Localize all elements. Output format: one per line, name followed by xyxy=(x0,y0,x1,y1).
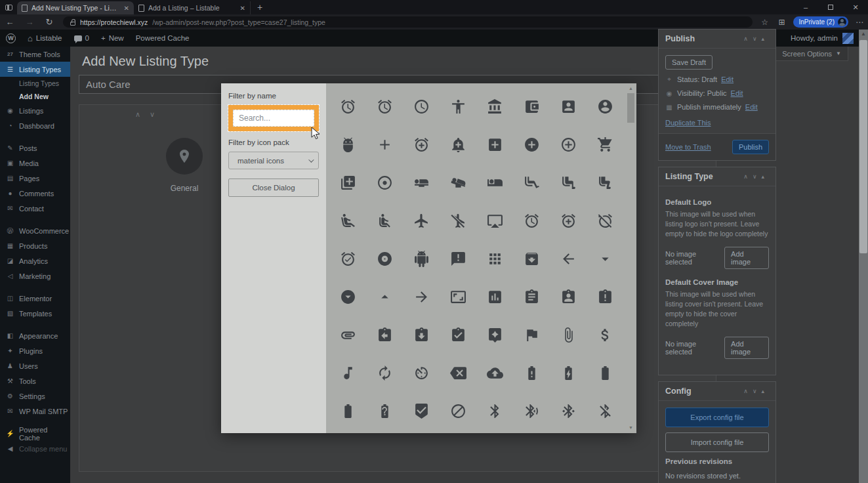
sidebar-item-add-new[interactable]: Add New xyxy=(0,90,70,103)
sidebar-item-listings[interactable]: ◉Listings xyxy=(0,103,70,118)
icon-android[interactable] xyxy=(403,240,440,278)
icon-alarm_on[interactable] xyxy=(329,240,366,278)
dialog-scrollbar-thumb[interactable] xyxy=(627,93,634,123)
publish-button[interactable]: Publish xyxy=(732,140,769,154)
sidebar-item-products[interactable]: ▦Products xyxy=(0,238,70,253)
sidebar-item-analytics[interactable]: ◪Analytics xyxy=(0,253,70,268)
icon-account_circle[interactable] xyxy=(587,87,623,125)
tab-close-icon[interactable]: ✕ xyxy=(240,5,245,12)
icon-assistant_photo[interactable] xyxy=(513,316,550,354)
icon-access_time[interactable] xyxy=(403,87,440,125)
browser-tab-active[interactable]: Add New Listing Type - Listable ✕ xyxy=(17,1,134,14)
powered-cache-menu[interactable]: Powered Cache xyxy=(130,30,196,47)
duplicate-this-link[interactable]: Duplicate This xyxy=(665,119,711,127)
icon-assistant[interactable] xyxy=(476,316,513,354)
scrollbar-thumb[interactable] xyxy=(859,40,867,253)
icon-airplay[interactable] xyxy=(476,201,513,240)
sidebar-item-plugins[interactable]: ✦Plugins xyxy=(0,343,70,358)
add-image-button[interactable]: Add image xyxy=(724,247,769,269)
icon-account_balance_wallet[interactable] xyxy=(513,87,550,125)
icon-beenhere[interactable] xyxy=(403,392,440,430)
refresh-button[interactable]: ↻ xyxy=(39,17,59,27)
icon-assignment_turned_in[interactable] xyxy=(440,316,476,354)
edit-link[interactable]: Edit xyxy=(721,75,734,83)
admin-avatar[interactable] xyxy=(842,33,854,44)
icon-arrow_drop_down[interactable] xyxy=(587,240,623,278)
icon-add_circle_outline[interactable] xyxy=(550,125,587,163)
icon-assignment[interactable] xyxy=(513,278,550,316)
icon-airline_seat_recline_normal[interactable] xyxy=(366,201,403,240)
icon-add_alarm[interactable] xyxy=(403,125,440,163)
icon-airplanemode_active[interactable] xyxy=(403,201,440,240)
icon-bluetooth_disabled[interactable] xyxy=(587,392,623,430)
icon-airline_seat_individual_suite[interactable] xyxy=(476,163,513,201)
collections-icon[interactable]: ⊞ xyxy=(774,18,791,27)
icon-alarm[interactable] xyxy=(513,201,550,240)
icon-arrow_drop_up[interactable] xyxy=(366,278,403,316)
icon-album[interactable] xyxy=(366,240,403,278)
icon-accessibility[interactable] xyxy=(440,87,476,125)
sidebar-item-collapse-menu[interactable]: ◀Collapse menu xyxy=(0,441,70,456)
icon-bluetooth[interactable] xyxy=(476,392,513,430)
sidebar-item-elementor[interactable]: ◫Elementor xyxy=(0,291,70,306)
wp-logo-menu[interactable]: W xyxy=(0,30,22,47)
move-to-trash-link[interactable]: Move to Trash xyxy=(665,143,711,151)
icon-search-input[interactable] xyxy=(233,110,314,127)
icon-airline_seat_flat[interactable] xyxy=(403,163,440,201)
icon-airline_seat_legroom_reduced[interactable] xyxy=(587,163,623,201)
icon-bluetooth_connected[interactable] xyxy=(550,392,587,430)
metabox-reorder-icons[interactable]: ∧∨ xyxy=(135,110,164,119)
sidebar-item-templates[interactable]: ▧Templates xyxy=(0,306,70,321)
icon-assessment[interactable] xyxy=(476,278,513,316)
icon-adjust[interactable] xyxy=(366,163,403,201)
icon-audiotrack[interactable] xyxy=(329,354,366,392)
icon-alarm_off[interactable] xyxy=(587,201,623,240)
sidebar-item-users[interactable]: ♟Users xyxy=(0,358,70,373)
restore-button[interactable] xyxy=(818,0,843,14)
sidebar-item-contact[interactable]: ✉Contact xyxy=(0,201,70,216)
icon-attach_money[interactable] xyxy=(587,316,623,354)
close-dialog-button[interactable]: Close Dialog xyxy=(228,178,319,197)
edit-link[interactable]: Edit xyxy=(745,103,758,111)
dialog-scrollbar[interactable]: ▲ ▼ xyxy=(627,85,634,431)
panel-order-icons[interactable]: ∧∨▴ xyxy=(743,388,769,394)
add-image-button[interactable]: Add image xyxy=(724,337,769,359)
icon-backspace[interactable] xyxy=(440,354,476,392)
new-tab-button[interactable]: + xyxy=(257,0,262,14)
tab-close-icon[interactable]: ✕ xyxy=(124,5,129,12)
comments-menu[interactable]: 0 xyxy=(68,30,95,47)
icon-apps[interactable] xyxy=(476,240,513,278)
icon-assignment_ind[interactable] xyxy=(550,278,587,316)
icon-battery_unknown[interactable] xyxy=(366,392,403,430)
icon-battery_std[interactable] xyxy=(329,392,366,430)
export-config-button[interactable]: Export config file xyxy=(665,408,769,427)
icon-assignment_late[interactable] xyxy=(587,278,623,316)
icon-av_timer[interactable] xyxy=(403,354,440,392)
icon-add_alert[interactable] xyxy=(440,125,476,163)
icon-airline_seat_legroom_extra[interactable] xyxy=(513,163,550,201)
sidebar-item-dashboard[interactable]: ◔Dashboard xyxy=(0,118,70,133)
icon-autorenew[interactable] xyxy=(366,354,403,392)
icon-assignment_returned[interactable] xyxy=(403,316,440,354)
tab-search-icon[interactable] xyxy=(0,0,17,14)
save-draft-button[interactable]: Save Draft xyxy=(665,55,713,70)
screen-options-tab[interactable]: Screen Options▼ xyxy=(775,47,848,61)
icon-arrow_drop_down_circle[interactable] xyxy=(329,278,366,316)
icon-add_circle[interactable] xyxy=(513,125,550,163)
sidebar-item-powered-cache[interactable]: ⚡Powered Cache xyxy=(0,426,70,441)
panel-order-icons[interactable]: ∧∨▴ xyxy=(743,173,769,180)
icon-airline_seat_legroom_normal[interactable] xyxy=(550,163,587,201)
browser-menu-icon[interactable]: ⋯ xyxy=(851,18,868,27)
icon-account_box[interactable] xyxy=(550,87,587,125)
sidebar-item-woocommerce[interactable]: ⓌWooCommerce xyxy=(0,223,70,238)
icon-add_shopping_cart[interactable] xyxy=(587,125,623,163)
general-tab-circle[interactable] xyxy=(166,138,203,175)
panel-order-icons[interactable]: ∧∨▴ xyxy=(743,35,769,42)
icon-airplanemode_inactive[interactable] xyxy=(440,201,476,240)
icon-announcement[interactable] xyxy=(440,240,476,278)
scroll-down-icon[interactable]: ▼ xyxy=(627,425,634,431)
scroll-up-icon[interactable]: ▲ xyxy=(627,85,634,92)
sidebar-item-wp-mail-smtp[interactable]: ✉WP Mail SMTP xyxy=(0,404,70,419)
scroll-up-icon[interactable]: ▲ xyxy=(859,30,868,39)
sidebar-item-pages[interactable]: ▤Pages xyxy=(0,171,70,186)
